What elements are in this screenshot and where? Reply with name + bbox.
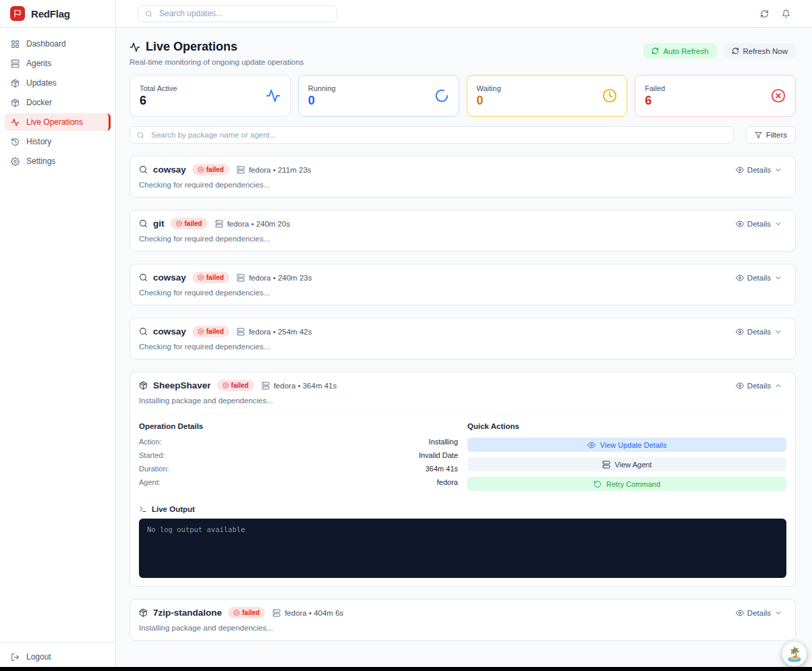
operation-details-section: Operation Details Action: Installing Sta… (139, 422, 458, 496)
operation-name: 7zip-standalone (153, 608, 222, 618)
stat-value: 0 (308, 94, 336, 108)
search-icon (145, 10, 152, 18)
global-search[interactable] (138, 5, 337, 22)
auto-refresh-button[interactable]: Auto Refresh (643, 43, 716, 59)
details-label: Details (747, 328, 771, 336)
sidebar-item-agents[interactable]: Agents (5, 55, 111, 72)
quick-actions-title: Quick Actions (467, 422, 786, 430)
refresh-cw-icon (651, 47, 659, 55)
retry-command-button[interactable]: Retry Command (467, 477, 786, 491)
sidebar-item-settings[interactable]: Settings (5, 152, 111, 170)
topbar (116, 0, 812, 28)
sidebar: RedFlag Dashboard Agents Updates Docker … (0, 0, 116, 671)
search-icon (139, 165, 148, 174)
sidebar-item-label: Settings (26, 156, 55, 166)
operations-search-input[interactable] (150, 130, 726, 140)
terminal-icon (139, 505, 147, 513)
operation-message: Checking for required dependencies... (139, 235, 786, 243)
details-button[interactable]: Details (732, 273, 786, 283)
details-label: Details (747, 609, 771, 617)
sidebar-item-updates[interactable]: Updates (5, 74, 111, 92)
app-window: RedFlag Dashboard Agents Updates Docker … (0, 0, 812, 671)
server-icon (237, 166, 245, 174)
operation-card: cowsay failed fedora • 211m 23s Details … (129, 156, 796, 198)
status-badge: failed (192, 272, 229, 283)
sidebar-item-label: Live Operations (26, 117, 83, 127)
stat-card-total-active: Total Active 6 (129, 75, 291, 117)
details-button[interactable]: Details (732, 219, 786, 229)
chevron-down-icon (774, 609, 782, 617)
filters-button[interactable]: Filters (746, 126, 796, 144)
topbar-actions (760, 9, 790, 18)
operations-search[interactable] (129, 126, 734, 144)
detail-field: Agent: fedora (139, 478, 458, 486)
details-button[interactable]: Details (732, 381, 786, 390)
detail-field: Action: Installing (139, 438, 458, 446)
x-circle-icon (233, 610, 239, 616)
details-label: Details (747, 166, 771, 174)
retry-icon (593, 480, 602, 488)
operation-card-expanded: SheepShaver failed fedora • 364m 41s Det… (129, 372, 796, 587)
chevron-down-icon (774, 166, 782, 174)
operation-meta: fedora • 254m 42s (237, 328, 312, 336)
stat-label: Failed (645, 84, 665, 92)
details-button[interactable]: Details (732, 327, 786, 337)
operation-meta: fedora • 240m 23s (237, 274, 312, 282)
stat-card-waiting: Waiting 0 (467, 75, 628, 117)
search-icon (139, 219, 148, 228)
global-search-input[interactable] (158, 8, 330, 19)
server-icon (272, 609, 281, 617)
status-badge: failed (217, 380, 254, 391)
x-circle-icon (198, 167, 204, 173)
view-agent-button[interactable]: View Agent (467, 457, 786, 471)
server-icon (237, 328, 245, 336)
operation-message: Installing package and dependencies... (139, 397, 786, 405)
view-update-details-button[interactable]: View Update Details (467, 438, 786, 452)
eye-icon (587, 441, 596, 449)
x-circle-icon (176, 221, 182, 227)
status-badge: failed (192, 326, 229, 337)
operation-name: SheepShaver (153, 380, 211, 390)
eye-icon (736, 328, 744, 336)
island-emoji-button[interactable]: 🏝️ (782, 642, 807, 666)
brand-header: RedFlag (0, 0, 115, 28)
live-output-terminal: No log output available (139, 519, 786, 578)
operation-message: Checking for required dependencies... (139, 343, 786, 351)
docker-icon (11, 98, 20, 107)
x-circle-icon (223, 382, 229, 388)
eye-icon (736, 274, 744, 282)
refresh-now-button[interactable]: Refresh Now (724, 43, 796, 59)
refresh-now-label: Refresh Now (743, 47, 788, 55)
search-icon (139, 273, 148, 282)
details-button[interactable]: Details (732, 165, 786, 175)
stat-card-running: Running 0 (298, 75, 459, 117)
refresh-icon[interactable] (760, 9, 769, 18)
x-circle-icon (771, 88, 786, 103)
activity-icon (11, 118, 20, 127)
sidebar-item-live-operations[interactable]: Live Operations (5, 113, 111, 131)
sidebar-item-history[interactable]: History (5, 133, 111, 150)
content-area: Live Operations Real-time monitoring of … (116, 28, 812, 671)
sidebar-item-docker[interactable]: Docker (5, 94, 111, 111)
chevron-down-icon (774, 220, 782, 228)
details-button[interactable]: Details (732, 608, 786, 618)
operation-name: cowsay (153, 165, 186, 175)
stat-value: 6 (140, 94, 177, 108)
settings-icon (11, 157, 20, 166)
activity-icon (266, 88, 281, 103)
page-header: Live Operations Real-time monitoring of … (129, 40, 796, 66)
search-icon (139, 327, 148, 336)
details-label: Details (747, 382, 771, 390)
operation-meta: fedora • 240m 20s (215, 220, 291, 228)
eye-icon (736, 382, 744, 390)
sidebar-item-dashboard[interactable]: Dashboard (5, 35, 111, 53)
bell-icon[interactable] (782, 9, 790, 18)
operation-message: Checking for required dependencies... (139, 289, 786, 297)
operation-message: Installing package and dependencies... (139, 624, 786, 632)
logout-button[interactable]: Logout (11, 652, 105, 662)
flag-icon (13, 9, 22, 18)
sidebar-nav: Dashboard Agents Updates Docker Live Ope… (0, 28, 115, 642)
operations-list: cowsay failed fedora • 211m 23s Details … (129, 156, 796, 641)
package-icon (139, 608, 148, 617)
sidebar-item-label: Agents (26, 59, 51, 68)
